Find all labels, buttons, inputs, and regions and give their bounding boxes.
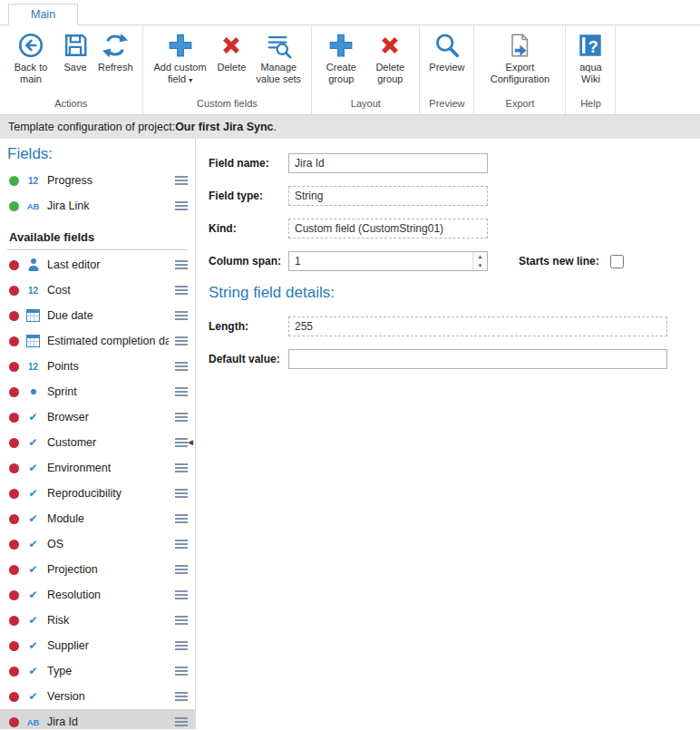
delete-group-button[interactable]: Delete group	[365, 30, 414, 87]
kind-input[interactable]	[288, 219, 488, 238]
drag-handle-icon[interactable]	[175, 463, 188, 473]
field-status-icon	[9, 201, 19, 211]
stepper-down-icon[interactable]: ▼	[473, 261, 487, 270]
field-type-icon: ✔	[25, 639, 41, 652]
field-type-icon: ✔	[25, 563, 41, 576]
button-label: aqua Wiki	[575, 62, 606, 85]
ribbon-group-label: Help	[566, 98, 615, 114]
tab-main[interactable]: Main	[8, 4, 78, 25]
drag-handle-icon[interactable]	[175, 260, 188, 270]
kind-row: Kind:	[209, 219, 687, 238]
create-group-icon	[327, 32, 355, 59]
field-list-item[interactable]: Sprint	[0, 379, 195, 404]
ribbon-group-export: Export Configuration Export	[474, 25, 566, 114]
field-name-input[interactable]	[288, 153, 488, 173]
field-status-icon	[9, 641, 19, 651]
field-list-item[interactable]: ✔ Projection	[0, 557, 195, 582]
drag-handle-icon[interactable]	[175, 717, 188, 727]
field-list-item[interactable]: ✔ Module	[0, 506, 195, 531]
sidebar-collapse-icon[interactable]: ◄	[186, 438, 195, 447]
field-list-item[interactable]: ✔ Environment	[0, 455, 195, 481]
drag-handle-icon[interactable]	[175, 286, 188, 296]
ribbon-group-label: Layout	[312, 98, 419, 114]
field-list-item[interactable]: Due date	[0, 303, 195, 328]
drag-handle-icon[interactable]	[175, 540, 188, 550]
field-status-icon	[9, 489, 19, 499]
drag-handle-icon[interactable]	[175, 489, 188, 499]
ribbon: Back to main Save Refresh A	[0, 25, 700, 115]
default-value-input[interactable]	[288, 349, 667, 369]
field-list-item[interactable]: ✔ Resolution	[0, 582, 195, 608]
field-list-item[interactable]: Last editor	[0, 252, 195, 277]
field-list-item[interactable]: ✔ Version	[0, 684, 195, 709]
drag-handle-icon[interactable]	[175, 514, 188, 524]
field-status-icon	[9, 438, 19, 448]
field-list-item[interactable]: AB Jira Id	[0, 709, 195, 729]
delete-button[interactable]: Delete	[213, 30, 251, 75]
drag-handle-icon[interactable]	[175, 641, 188, 651]
field-list-item[interactable]: AB Jira Link	[0, 193, 195, 219]
drag-handle-icon[interactable]	[175, 362, 188, 372]
create-group-button[interactable]: Create group	[316, 30, 365, 87]
back-to-main-button[interactable]: Back to main	[5, 30, 57, 87]
svg-text:?: ?	[588, 38, 598, 56]
button-label: Delete group	[370, 62, 410, 85]
field-status-icon	[9, 692, 19, 702]
drag-handle-icon[interactable]	[175, 616, 188, 626]
drag-handle-icon[interactable]	[175, 590, 188, 600]
ribbon-group-label: Actions	[0, 98, 142, 114]
starts-new-line-checkbox[interactable]	[610, 255, 624, 268]
drag-handle-icon[interactable]	[175, 387, 188, 397]
drag-handle-icon[interactable]	[175, 201, 188, 211]
field-status-icon	[9, 590, 19, 600]
drag-handle-icon[interactable]	[175, 176, 188, 186]
field-status-icon	[9, 362, 19, 372]
export-configuration-button[interactable]: Export Configuration	[479, 30, 560, 87]
add-custom-field-icon	[167, 32, 194, 59]
field-list-item[interactable]: 12 Progress	[0, 168, 195, 193]
field-config-panel: Field name: Field type: Kind: Column spa…	[196, 139, 700, 729]
drag-handle-icon[interactable]	[175, 565, 188, 575]
button-label: Create group	[321, 62, 361, 85]
stepper-buttons: ▲ ▼	[472, 252, 487, 270]
field-type-icon: ✔	[25, 589, 41, 601]
stepper-up-icon[interactable]: ▲	[473, 252, 487, 261]
column-span-label: Column span:	[209, 255, 288, 268]
field-status-icon	[9, 667, 19, 676]
field-status-icon	[9, 565, 19, 575]
starts-new-line-label: Starts new line:	[519, 255, 599, 268]
field-item-label: Supplier	[47, 639, 169, 652]
field-list-item[interactable]: ✔ Browser	[0, 404, 195, 430]
ribbon-group-actions: Back to main Save Refresh A	[0, 25, 143, 114]
add-custom-field-button[interactable]: Add custom field ▾	[148, 30, 213, 87]
drag-handle-icon[interactable]	[175, 413, 188, 423]
length-row: Length:	[209, 316, 687, 336]
field-list-item[interactable]: 12 Cost	[0, 277, 195, 303]
default-value-label: Default value:	[209, 353, 288, 365]
field-list-item[interactable]: ✔ Customer	[0, 430, 195, 455]
column-span-input[interactable]	[288, 251, 488, 271]
save-button[interactable]: Save	[57, 30, 93, 75]
field-type-input[interactable]	[288, 186, 488, 206]
project-bar: Template configuration of project: Our f…	[0, 115, 700, 139]
field-list-item[interactable]: ✔ OS	[0, 531, 195, 557]
manage-value-sets-button[interactable]: Manage value sets	[250, 30, 306, 87]
field-status-icon	[9, 717, 19, 727]
length-input[interactable]	[288, 316, 667, 336]
drag-handle-icon[interactable]	[175, 336, 188, 346]
field-list-item[interactable]: Estimated completion dat	[0, 328, 195, 354]
button-label: Export Configuration	[483, 62, 556, 85]
preview-button[interactable]: Preview	[424, 30, 469, 75]
field-item-label: Cost	[47, 284, 169, 297]
field-list-item[interactable]: ✔ Risk	[0, 608, 195, 633]
field-list-item[interactable]: 12 Points	[0, 354, 195, 379]
aqua-wiki-button[interactable]: ? aqua Wiki	[570, 30, 610, 87]
field-list-item[interactable]: ✔ Type	[0, 658, 195, 684]
drag-handle-icon[interactable]	[175, 667, 188, 676]
field-list-item[interactable]: ✔ Reproducibility	[0, 481, 195, 506]
drag-handle-icon[interactable]	[175, 692, 188, 702]
export-configuration-icon	[506, 32, 533, 59]
drag-handle-icon[interactable]	[175, 311, 188, 321]
field-list-item[interactable]: ✔ Supplier	[0, 633, 195, 658]
refresh-button[interactable]: Refresh	[93, 30, 138, 75]
